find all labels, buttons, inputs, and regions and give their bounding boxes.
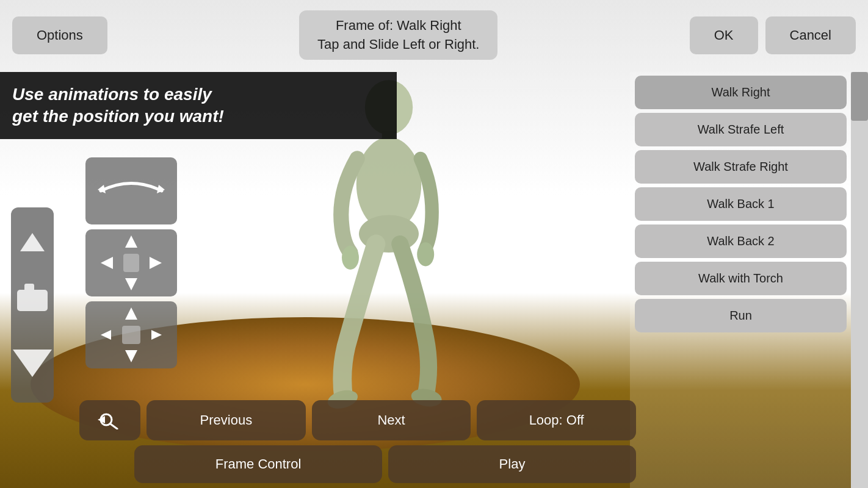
promo-banner: Use animations to easily get the positio…	[0, 72, 397, 139]
bottom-controls: Previous Next Loop: Off Frame Control Pl…	[79, 400, 636, 483]
svg-marker-18	[151, 330, 162, 340]
rotate-pad[interactable]	[85, 157, 177, 224]
top-right-buttons: OK Cancel	[690, 16, 856, 54]
left-camera-controls	[11, 207, 54, 403]
frame-control-button[interactable]: Frame Control	[134, 445, 382, 483]
svg-marker-10	[125, 235, 137, 248]
frame-info-box: Frame of: Walk Right Tap and Slide Left …	[299, 10, 497, 60]
rotate-icon	[95, 173, 168, 209]
svg-marker-11	[125, 278, 137, 290]
next-button[interactable]: Next	[312, 400, 471, 440]
svg-marker-15	[125, 307, 137, 320]
camera-control-panel[interactable]	[11, 207, 54, 403]
svg-line-21	[110, 424, 117, 429]
svg-rect-14	[123, 254, 139, 272]
bottom-row-2: Frame Control Play	[79, 445, 636, 483]
zoom-icon	[98, 304, 165, 365]
zoom-pad[interactable]	[85, 301, 177, 368]
camera-down-arrow	[13, 350, 52, 377]
cancel-button[interactable]: Cancel	[765, 16, 856, 54]
options-button[interactable]: Options	[12, 16, 107, 54]
frame-info-line1: Frame of: Walk Right	[317, 16, 479, 35]
top-bar: Options Frame of: Walk Right Tap and Sli…	[0, 0, 868, 70]
animation-item-5[interactable]: Walk with Torch	[635, 262, 847, 295]
animation-item-3[interactable]: Walk Back 1	[635, 187, 847, 221]
animation-list: Walk RightWalk Strafe LeftWalk Strafe Ri…	[630, 72, 868, 488]
loop-button[interactable]: Loop: Off	[477, 400, 636, 440]
search-magnifier-icon	[98, 411, 122, 429]
svg-point-4	[342, 246, 359, 270]
svg-marker-13	[150, 257, 162, 269]
promo-line1: Use animations to easily	[12, 84, 224, 106]
previous-button[interactable]: Previous	[146, 400, 306, 440]
main-viewport: Options Frame of: Walk Right Tap and Sli…	[0, 0, 868, 488]
top-center: Frame of: Walk Right Tap and Slide Left …	[107, 10, 690, 60]
move-pad[interactable]	[85, 229, 177, 296]
svg-marker-16	[125, 350, 137, 362]
scrollbar-thumb[interactable]	[851, 72, 868, 121]
right-panel: Walk RightWalk Strafe LeftWalk Strafe Ri…	[630, 72, 868, 488]
scrollbar-track[interactable]	[851, 72, 868, 488]
promo-text: Use animations to easily get the positio…	[12, 84, 224, 128]
svg-point-3	[417, 242, 434, 266]
frame-info-line2: Tap and Slide Left or Right.	[317, 35, 479, 54]
svg-marker-12	[101, 257, 113, 269]
ok-button[interactable]: OK	[690, 16, 758, 54]
animation-item-1[interactable]: Walk Strafe Left	[635, 113, 847, 146]
animation-item-6[interactable]: Run	[635, 299, 847, 332]
animation-item-4[interactable]: Walk Back 2	[635, 224, 847, 258]
promo-line2: get the position you want!	[12, 106, 224, 127]
svg-rect-19	[122, 326, 140, 344]
camera-up-arrow	[20, 233, 45, 251]
animation-item-2[interactable]: Walk Strafe Right	[635, 150, 847, 184]
search-button[interactable]	[79, 400, 140, 440]
animation-item-0[interactable]: Walk Right	[635, 76, 847, 109]
camera-icon	[17, 290, 48, 311]
svg-marker-17	[101, 330, 111, 340]
move-icon	[98, 232, 165, 293]
control-pads	[85, 157, 177, 368]
play-button[interactable]: Play	[388, 445, 636, 483]
bottom-row-1: Previous Next Loop: Off	[79, 400, 636, 440]
